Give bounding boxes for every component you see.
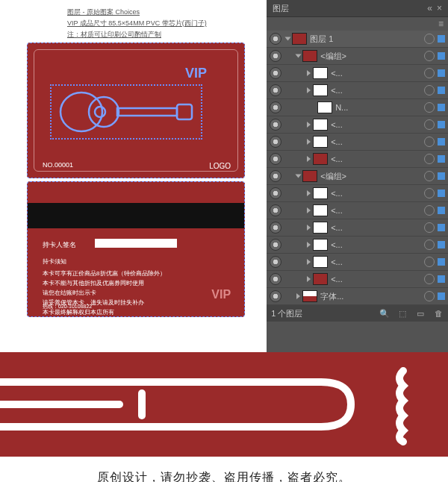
new-layer-icon[interactable]: ▭: [415, 308, 426, 319]
guitar-graphic: [50, 84, 202, 140]
target-icon[interactable]: [424, 222, 435, 233]
layer-thumbnail: [317, 101, 332, 113]
layer-row[interactable]: <...: [267, 219, 448, 237]
visibility-toggle-icon[interactable]: [270, 33, 281, 45]
layer-row[interactable]: <...: [267, 237, 448, 254]
disclosure-icon[interactable]: [307, 259, 311, 265]
target-icon[interactable]: [424, 137, 435, 147]
target-icon[interactable]: [424, 68, 435, 78]
layer-row[interactable]: 图层 1: [267, 31, 448, 48]
target-icon[interactable]: [424, 154, 435, 164]
card-back[interactable]: 持卡人签名 持卡须知 本卡可享有正价商品8折优惠（特价商品除外） 本卡不能与其他…: [27, 181, 245, 317]
visibility-toggle-icon[interactable]: [270, 50, 281, 62]
selection-color: [438, 207, 445, 214]
visibility-toggle-icon[interactable]: [270, 204, 281, 216]
target-icon[interactable]: [424, 205, 435, 216]
copyright-note: 原创设计，请勿抄袭、盗用传播，盗者必究。: [0, 457, 448, 482]
visibility-toggle-icon[interactable]: [270, 84, 281, 96]
target-icon[interactable]: [424, 274, 435, 284]
layer-row[interactable]: <...: [267, 202, 448, 219]
layer-count: 1 个图层: [271, 308, 372, 319]
new-sublayer-icon[interactable]: ⬚: [397, 308, 408, 319]
visibility-toggle-icon[interactable]: [270, 222, 281, 234]
selection-color: [438, 292, 445, 300]
trash-icon[interactable]: 🗑: [433, 308, 444, 319]
signature-label: 持卡人签名: [43, 240, 76, 250]
magnetic-strip: [28, 203, 244, 228]
layer-row[interactable]: <...: [267, 65, 448, 82]
target-icon[interactable]: [424, 257, 435, 267]
selection-color: [438, 52, 445, 60]
visibility-toggle-icon[interactable]: [270, 101, 281, 113]
disclosure-icon[interactable]: [307, 156, 311, 162]
layer-thumbnail: [302, 50, 317, 62]
layer-name: <...: [331, 189, 421, 198]
visibility-toggle-icon[interactable]: [270, 153, 281, 165]
layer-thumbnail: [313, 153, 328, 165]
disclosure-icon[interactable]: [307, 207, 311, 213]
close-icon[interactable]: ×: [437, 3, 442, 13]
layer-thumbnail: [313, 119, 328, 131]
layer-row[interactable]: <...: [267, 151, 448, 168]
layer-row[interactable]: N...: [267, 99, 448, 116]
visibility-toggle-icon[interactable]: [270, 170, 281, 182]
layer-thumbnail: [302, 170, 317, 182]
layer-name: N...: [335, 103, 421, 112]
target-icon[interactable]: [424, 34, 435, 44]
layer-row[interactable]: <...: [267, 271, 448, 288]
disclosure-icon[interactable]: [307, 242, 311, 248]
disclosure-icon[interactable]: [307, 87, 311, 93]
bottom-graphic: [0, 352, 448, 457]
visibility-toggle-icon[interactable]: [270, 290, 281, 302]
find-icon[interactable]: 🔍: [379, 308, 390, 319]
visibility-toggle-icon[interactable]: [270, 67, 281, 79]
layer-row[interactable]: <...: [267, 134, 448, 151]
layer-row[interactable]: <...: [267, 254, 448, 271]
target-icon[interactable]: [424, 51, 435, 61]
disclosure-icon[interactable]: [307, 139, 311, 145]
disclosure-icon[interactable]: [307, 225, 311, 231]
layer-row[interactable]: <...: [267, 116, 448, 134]
disclosure-icon[interactable]: [285, 37, 291, 41]
disclosure-icon[interactable]: [307, 70, 311, 76]
target-icon[interactable]: [424, 102, 435, 113]
collapse-icon[interactable]: «: [427, 3, 432, 13]
target-icon[interactable]: [424, 188, 435, 198]
panel-header[interactable]: 图层 « ×: [267, 0, 448, 17]
layer-name: <编组>: [320, 171, 421, 182]
layer-row[interactable]: <编组>: [267, 168, 448, 185]
visibility-toggle-icon[interactable]: [270, 136, 281, 148]
layer-thumbnail: [313, 187, 328, 199]
target-icon[interactable]: [424, 171, 435, 181]
visibility-toggle-icon[interactable]: [270, 187, 281, 199]
disclosure-icon[interactable]: [307, 276, 311, 282]
visibility-toggle-icon[interactable]: [270, 273, 281, 285]
card-front[interactable]: VIP NO.00001 LOGO: [27, 43, 245, 178]
layer-thumbnail: [313, 67, 328, 79]
visibility-toggle-icon[interactable]: [270, 239, 281, 251]
selection-color: [438, 258, 445, 266]
panel-menu-icon[interactable]: ≡: [438, 19, 444, 29]
selection-color: [438, 172, 445, 180]
disclosure-icon[interactable]: [307, 190, 311, 196]
target-icon[interactable]: [424, 291, 435, 301]
layer-thumbnail: [313, 222, 328, 234]
layer-row[interactable]: <...: [267, 82, 448, 99]
signature-box: [95, 239, 177, 248]
vip-label-back: VIP: [211, 288, 231, 301]
visibility-toggle-icon[interactable]: [270, 256, 281, 268]
panel-footer: 1 个图层 🔍 ⬚ ▭ 🗑: [267, 305, 448, 322]
disclosure-icon[interactable]: [296, 293, 300, 299]
selection-color: [438, 104, 445, 111]
layer-row[interactable]: 字体...: [267, 288, 448, 305]
disclosure-icon[interactable]: [296, 54, 302, 58]
disclosure-icon[interactable]: [296, 175, 302, 178]
target-icon[interactable]: [424, 85, 435, 96]
target-icon[interactable]: [424, 240, 435, 250]
selection-color: [438, 138, 445, 145]
disclosure-icon[interactable]: [307, 122, 311, 128]
visibility-toggle-icon[interactable]: [270, 119, 281, 131]
target-icon[interactable]: [424, 119, 435, 130]
layer-row[interactable]: <...: [267, 185, 448, 202]
layer-row[interactable]: <编组>: [267, 48, 448, 65]
